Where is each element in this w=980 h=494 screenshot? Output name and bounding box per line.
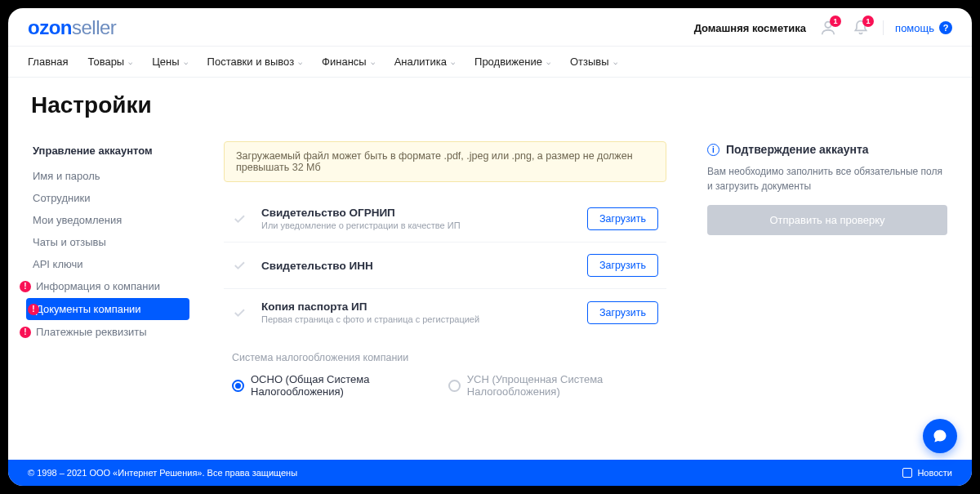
check-icon: [232, 211, 247, 226]
upload-button[interactable]: Загрузить: [587, 207, 658, 230]
sidebar-item-3[interactable]: Чаты и отзывы: [18, 231, 198, 253]
sidebar-title: Управление аккаунтом: [18, 141, 198, 165]
main-nav: ГлавнаяТовары⌵Цены⌵Поставки и вывоз⌵Фина…: [8, 46, 972, 78]
tax-option-1[interactable]: УСН (Упрощенная Система Налогообложения): [448, 373, 666, 398]
upload-button[interactable]: Загрузить: [587, 254, 658, 277]
nav-item-4[interactable]: Финансы⌵: [322, 47, 375, 77]
separator: [883, 20, 884, 35]
right-panel-title: i Подтверждение аккаунта: [707, 143, 947, 156]
footer: © 1998 – 2021 ООО «Интернет Решения». Вс…: [8, 460, 972, 486]
nav-item-2[interactable]: Цены⌵: [152, 47, 187, 77]
sidebar-item-5[interactable]: !Информация о компании: [18, 275, 198, 297]
sidebar-item-6[interactable]: !Документы компании: [26, 298, 189, 320]
doc-row-1: Свидетельство ИННЗагрузить: [224, 243, 666, 289]
sidebar: Управление аккаунтом Имя и парольСотрудн…: [18, 130, 198, 460]
news-label: Новости: [917, 468, 952, 478]
sidebar-item-label: Мои уведомления: [33, 214, 122, 226]
avatar-badge: 1: [830, 16, 841, 27]
tax-option-label: УСН (Упрощенная Система Налогообложения): [467, 373, 666, 398]
help-link[interactable]: помощь ?: [895, 21, 952, 34]
chevron-down-icon: ⌵: [371, 58, 375, 66]
radio-icon: [232, 380, 244, 392]
news-icon: [902, 468, 912, 478]
chevron-down-icon: ⌵: [128, 58, 132, 66]
nav-item-7[interactable]: Отзывы⌵: [570, 47, 617, 77]
right-panel-text: Вам необходимо заполнить все обязательны…: [707, 164, 947, 194]
nav-item-6[interactable]: Продвижение⌵: [474, 47, 550, 77]
sidebar-item-0[interactable]: Имя и пароль: [18, 165, 198, 187]
sidebar-item-label: Информация о компании: [36, 280, 160, 292]
upload-alert: Загружаемый файл может быть в формате .p…: [224, 141, 666, 182]
nav-item-5[interactable]: Аналитика⌵: [394, 47, 455, 77]
chevron-down-icon: ⌵: [184, 58, 188, 66]
doc-subtitle: Или уведомление о регистрации в качестве…: [261, 220, 587, 230]
sidebar-item-1[interactable]: Сотрудники: [18, 187, 198, 209]
doc-title: Свидетельство ИНН: [261, 260, 587, 272]
doc-row-0: Свидетельство ОГРНИПИли уведомление о ре…: [224, 195, 666, 243]
chevron-down-icon: ⌵: [546, 58, 550, 66]
sidebar-item-label: Чаты и отзывы: [33, 236, 106, 248]
chat-fab[interactable]: [923, 419, 957, 453]
doc-title: Копия паспорта ИП: [261, 300, 587, 313]
help-label: помощь: [895, 22, 934, 34]
bell-icon[interactable]: 1: [850, 17, 871, 38]
logo[interactable]: ozonseller: [28, 16, 116, 39]
upload-button[interactable]: Загрузить: [587, 301, 658, 324]
warning-icon: !: [28, 304, 39, 315]
chevron-down-icon: ⌵: [613, 58, 617, 66]
tax-option-0[interactable]: ОСНО (Общая Система Налогообложения): [232, 373, 435, 398]
sidebar-item-7[interactable]: !Платежные реквизиты: [18, 321, 198, 343]
company-name: Домашняя косметика: [694, 22, 806, 34]
info-icon: i: [707, 144, 719, 156]
bell-badge: 1: [862, 16, 874, 27]
nav-item-0[interactable]: Главная: [28, 47, 68, 77]
submit-button[interactable]: Отправить на проверку: [707, 205, 947, 235]
warning-icon: !: [20, 327, 31, 338]
nav-item-1[interactable]: Товары⌵: [87, 47, 132, 77]
doc-row-2: Копия паспорта ИППервая страница с фото …: [224, 289, 666, 336]
right-panel-title-text: Подтверждение аккаунта: [726, 143, 869, 156]
right-panel: i Подтверждение аккаунта Вам необходимо …: [693, 130, 962, 460]
chevron-down-icon: ⌵: [451, 58, 455, 66]
sidebar-item-label: Имя и пароль: [33, 170, 100, 182]
chevron-down-icon: ⌵: [298, 58, 302, 66]
news-link[interactable]: Новости: [902, 468, 952, 478]
tax-option-label: ОСНО (Общая Система Налогообложения): [251, 373, 435, 398]
logo-seller: seller: [72, 16, 116, 38]
sidebar-item-4[interactable]: API ключи: [18, 253, 198, 275]
main-panel: Загружаемый файл может быть в формате .p…: [209, 130, 681, 460]
nav-item-3[interactable]: Поставки и вывоз⌵: [207, 47, 303, 77]
copyright: © 1998 – 2021 ООО «Интернет Решения». Вс…: [28, 468, 297, 478]
radio-icon: [448, 380, 461, 392]
sidebar-item-label: Документы компании: [36, 303, 141, 315]
check-icon: [232, 305, 247, 320]
doc-title: Свидетельство ОГРНИП: [261, 207, 587, 219]
check-icon: [232, 258, 247, 273]
page-title: Настройки: [8, 78, 972, 130]
warning-icon: !: [20, 281, 31, 292]
sidebar-item-label: API ключи: [33, 258, 82, 270]
doc-subtitle: Первая страница с фото и страница с реги…: [261, 314, 587, 324]
avatar-icon[interactable]: 1: [817, 17, 839, 38]
logo-ozon: ozon: [28, 16, 72, 38]
sidebar-item-2[interactable]: Мои уведомления: [18, 209, 198, 231]
tax-system-label: Система налогообложения компании: [232, 352, 666, 363]
help-icon: ?: [939, 21, 952, 34]
sidebar-item-label: Сотрудники: [33, 192, 90, 204]
sidebar-item-label: Платежные реквизиты: [36, 326, 147, 338]
